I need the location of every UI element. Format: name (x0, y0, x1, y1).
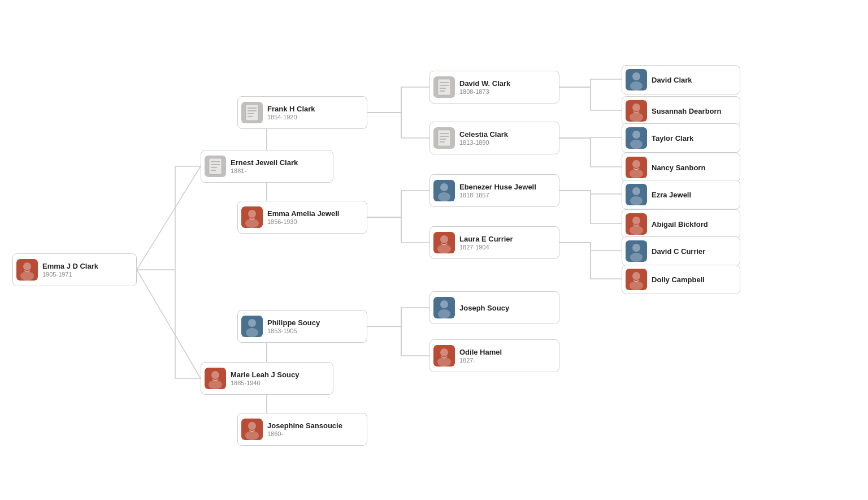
person-name-odile: Odile Hamel (459, 348, 502, 356)
person-name-david_c: David C Currier (652, 247, 705, 256)
person-card-marie[interactable]: Marie Leah J Soucy1885-1940 (201, 362, 333, 395)
person-card-david_c[interactable]: David C Currier (622, 236, 740, 266)
person-dates-emma_jd: 1905-1971 (42, 271, 98, 278)
person-card-abigail[interactable]: Abigail Bickford (622, 209, 740, 239)
avatar-ezra (626, 184, 647, 205)
avatar-joseph (433, 297, 455, 318)
svg-point-76 (630, 81, 643, 90)
svg-point-78 (632, 104, 640, 111)
person-name-joseph: Joseph Soucy (459, 304, 509, 312)
person-dates-odile: 1827- (459, 357, 502, 364)
svg-point-64 (438, 192, 450, 201)
svg-point-40 (245, 219, 259, 228)
svg-point-96 (632, 272, 640, 280)
person-dates-philippe: 1853-1905 (267, 327, 320, 334)
svg-point-70 (438, 309, 450, 318)
person-card-laura[interactable]: Laura E Currier1827-1904 (429, 226, 559, 259)
svg-line-0 (137, 166, 201, 270)
person-card-dolly[interactable]: Dolly Campbell (622, 265, 740, 294)
person-card-emma_amelia[interactable]: Emma Amelia Jewell1856-1930 (237, 201, 367, 234)
person-card-celestia[interactable]: Celestia Clark1813-1890 (429, 122, 559, 154)
svg-point-39 (248, 210, 256, 218)
avatar-ebenezer (433, 180, 455, 201)
avatar-josephine (241, 419, 263, 440)
svg-rect-33 (246, 105, 258, 120)
family-tree: Emma J D Clark1905-1971 Ernest Jewell Cl… (0, 0, 868, 500)
person-name-ezra: Ezra Jewell (652, 191, 691, 199)
person-dates-josephine: 1860- (267, 430, 342, 437)
person-name-taylor: Taylor Clark (652, 134, 693, 143)
avatar-celestia (433, 127, 455, 149)
person-card-david_w[interactable]: David W. Clark1808-1873 (429, 71, 559, 104)
svg-point-87 (632, 187, 640, 195)
person-name-ernest: Ernest Jewell Clark (231, 158, 298, 167)
svg-point-45 (248, 319, 256, 327)
svg-point-81 (632, 131, 640, 139)
svg-point-72 (440, 348, 448, 356)
person-card-odile[interactable]: Odile Hamel1827- (429, 339, 559, 372)
avatar-david_w (433, 76, 455, 98)
svg-point-66 (440, 235, 448, 243)
person-card-ernest[interactable]: Ernest Jewell Clark1881- (201, 150, 333, 183)
svg-point-82 (630, 140, 643, 149)
avatar-frank (241, 102, 263, 123)
person-dates-emma_amelia: 1856-1930 (267, 218, 339, 225)
person-name-josephine: Josephine Sansoucie (267, 421, 342, 430)
svg-rect-27 (209, 158, 222, 174)
svg-point-75 (632, 72, 640, 80)
svg-line-1 (137, 270, 201, 378)
svg-point-48 (248, 422, 256, 430)
avatar-ernest (205, 156, 226, 177)
avatar-david_c (626, 240, 647, 262)
svg-point-67 (437, 244, 451, 253)
svg-rect-51 (438, 79, 450, 95)
person-name-nancy: Nancy Sanborn (652, 163, 705, 172)
svg-point-49 (245, 431, 259, 440)
avatar-nancy (626, 157, 647, 178)
svg-point-90 (632, 217, 640, 225)
person-name-david_w: David W. Clark (459, 79, 510, 88)
avatar-susannah (626, 100, 647, 122)
svg-point-97 (630, 281, 643, 290)
svg-point-24 (23, 262, 31, 270)
person-name-dolly: Dolly Campbell (652, 275, 705, 284)
svg-point-42 (211, 371, 219, 379)
avatar-laura (433, 232, 455, 253)
person-name-emma_jd: Emma J D Clark (42, 262, 98, 270)
person-card-joseph[interactable]: Joseph Soucy (429, 291, 559, 324)
person-card-susannah[interactable]: Susannah Dearborn (622, 96, 740, 126)
person-card-philippe[interactable]: Philippe Soucy1853-1905 (237, 310, 367, 343)
avatar-taylor (626, 127, 647, 149)
person-name-abigail: Abigail Bickford (652, 220, 708, 229)
svg-point-69 (440, 300, 448, 308)
person-name-celestia: Celestia Clark (459, 130, 508, 139)
svg-point-93 (632, 244, 640, 252)
svg-point-25 (20, 271, 34, 281)
person-name-susannah: Susannah Dearborn (652, 107, 722, 115)
person-name-laura: Laura E Currier (459, 235, 513, 243)
avatar-dolly (626, 269, 647, 290)
person-card-david_clark[interactable]: David Clark (622, 65, 740, 94)
svg-point-79 (630, 113, 643, 122)
person-dates-celestia: 1813-1890 (459, 139, 508, 146)
avatar-abigail (626, 213, 647, 235)
person-card-nancy[interactable]: Nancy Sanborn (622, 153, 740, 182)
svg-point-91 (630, 226, 643, 235)
person-name-david_clark: David Clark (652, 76, 692, 84)
svg-point-88 (630, 196, 643, 205)
person-name-philippe: Philippe Soucy (267, 318, 320, 327)
avatar-emma_amelia (241, 206, 263, 228)
svg-point-63 (440, 183, 448, 191)
person-card-ezra[interactable]: Ezra Jewell (622, 180, 740, 209)
avatar-david_clark (626, 69, 647, 90)
person-card-taylor[interactable]: Taylor Clark (622, 123, 740, 153)
person-card-josephine[interactable]: Josephine Sansoucie1860- (237, 413, 367, 446)
person-card-emma_jd[interactable]: Emma J D Clark1905-1971 (12, 253, 137, 286)
avatar-odile (433, 345, 455, 367)
svg-point-46 (246, 328, 258, 337)
svg-point-85 (630, 169, 643, 178)
person-name-frank: Frank H Clark (267, 105, 315, 113)
person-card-frank[interactable]: Frank H Clark1854-1920 (237, 96, 367, 129)
person-card-ebenezer[interactable]: Ebenezer Huse Jewell1818-1857 (429, 174, 559, 207)
person-dates-ebenezer: 1818-1857 (459, 192, 536, 199)
